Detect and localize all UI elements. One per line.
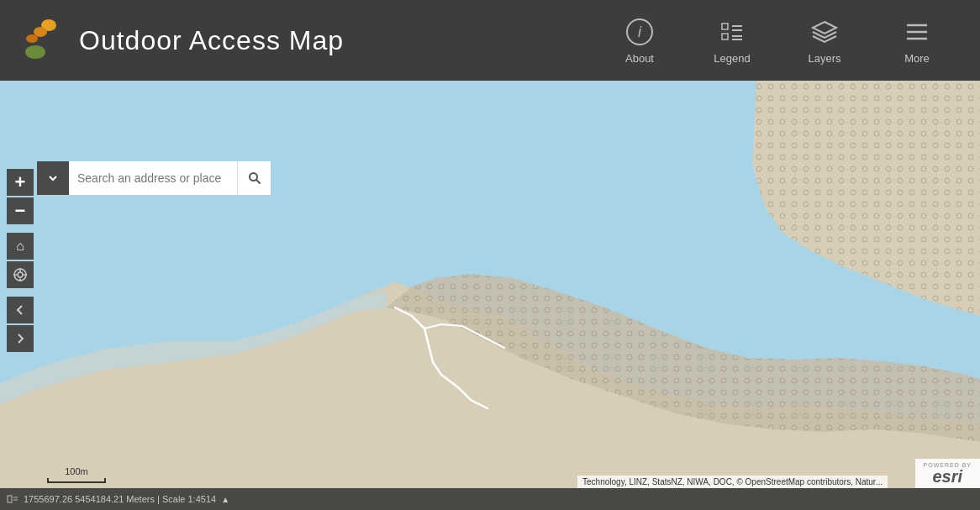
svg-point-2 [26,34,38,43]
scale-line [47,478,106,483]
chevron-down-icon [47,172,59,184]
status-bar: 1755697.26 5454184.21 Meters | Scale 1:4… [0,488,980,510]
search-type-dropdown[interactable] [37,161,69,195]
attribution: Technology, LINZ, StatsNZ, NIWA, DOC, © … [577,476,888,488]
esri-brand: esri [932,468,962,485]
forward-arrow-icon [13,332,27,345]
map-controls: + − ⌂ [7,169,34,352]
map-area[interactable]: + − ⌂ 100m Tech [0,81,980,510]
svg-line-19 [256,180,260,183]
home-button[interactable]: ⌂ [7,233,34,260]
status-expand-icon [7,493,18,505]
zoom-out-button[interactable]: − [7,197,34,224]
search-input[interactable] [69,161,237,195]
esri-logo: POWERED BY esri [915,459,980,488]
search-bar [37,161,271,195]
forward-button[interactable] [7,325,34,352]
svg-rect-26 [8,496,12,502]
svg-text:i: i [638,24,642,40]
search-submit-button[interactable] [237,161,271,195]
svg-marker-12 [813,22,836,34]
nav-layers[interactable]: Layers [778,0,871,81]
nav-more[interactable]: More [871,0,963,81]
app-logo [17,15,67,66]
locate-icon [13,267,28,282]
attribution-text: Technology, LINZ, StatsNZ, NIWA, DOC, © … [582,477,883,486]
locate-button[interactable] [7,261,34,288]
svg-rect-6 [722,24,728,29]
about-icon: i [624,17,655,47]
legend-icon [717,17,747,47]
nav-about[interactable]: i About [593,0,686,81]
layers-icon [809,17,840,47]
more-label: More [904,52,930,65]
nav-bar: i About Legend [593,0,963,81]
layers-label: Layers [808,52,840,65]
svg-point-21 [18,272,23,277]
logo-area: Outdoor Access Map [17,15,344,66]
map-canvas [0,81,980,510]
app-header: Outdoor Access Map i About [0,0,980,81]
nav-legend[interactable]: Legend [686,0,778,81]
scale-label: 100m [65,466,88,476]
about-label: About [625,52,654,65]
scale-bar: 100m [47,466,106,483]
search-icon [248,171,261,185]
hamburger-icon [902,17,932,47]
app-title: Outdoor Access Map [79,25,344,56]
svg-point-3 [25,45,45,59]
legend-label: Legend [714,52,750,65]
svg-rect-7 [722,34,728,39]
status-expand-btn[interactable]: ▲ [221,495,229,504]
back-button[interactable] [7,297,34,323]
back-arrow-icon [13,303,27,317]
status-coords: 1755697.26 5454184.21 Meters | Scale 1:4… [24,494,216,504]
zoom-in-button[interactable]: + [7,169,34,196]
